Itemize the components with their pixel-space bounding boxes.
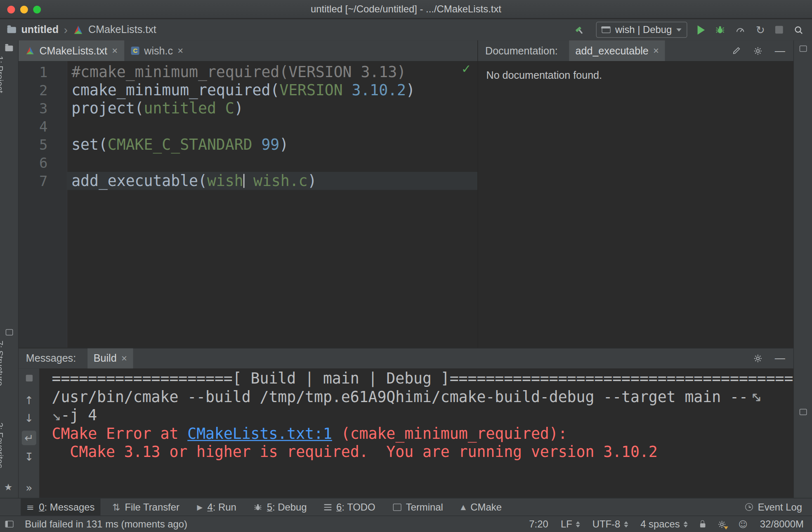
button-label: Event Log xyxy=(758,501,802,513)
text-segment: 6 xyxy=(336,501,342,512)
text-segment: : Debug xyxy=(272,501,307,512)
zoom-window-button[interactable] xyxy=(33,6,41,14)
window-title: untitled [~/Code/untitled] - .../CMakeLi… xyxy=(311,3,501,15)
close-window-button[interactable] xyxy=(7,6,15,14)
code-line[interactable]: 3project(untitled C) xyxy=(19,99,477,118)
run-icon[interactable] xyxy=(698,25,705,35)
tab-build[interactable]: Build × xyxy=(87,348,133,369)
run-icon: ▶ xyxy=(197,503,203,511)
toolwindow-todo-button[interactable]: 6: TODO xyxy=(319,499,381,516)
documentation-empty-text: No documentation found. xyxy=(486,69,602,81)
text-segment: ) xyxy=(234,99,243,117)
line-number: 5 xyxy=(19,136,67,154)
soft-wrap-icon[interactable]: ↵ xyxy=(22,431,36,445)
text-segment: Terminal xyxy=(406,501,443,512)
stop-icon[interactable] xyxy=(775,26,783,34)
text-segment: VERSION xyxy=(279,81,342,99)
hide-panel-icon[interactable]: — xyxy=(775,353,785,365)
inspections-ok-icon[interactable]: ✓ xyxy=(461,62,471,76)
sidebar-item-project[interactable]: 1: Project xyxy=(0,56,5,93)
title-bar: untitled [~/Code/untitled] - .../CMakeLi… xyxy=(0,0,812,19)
button-label: File Transfer xyxy=(125,501,179,513)
close-icon[interactable]: × xyxy=(177,45,183,56)
error-file-link[interactable]: CMakeLists.txt:1 xyxy=(187,425,332,443)
cmake-file-icon xyxy=(25,46,35,56)
folder-icon xyxy=(7,27,16,33)
caret-position[interactable]: 7:20 xyxy=(529,518,548,530)
assistant-icon[interactable]: ☺ xyxy=(738,519,747,529)
breadcrumb: untitled › CMakeLists.txt xyxy=(0,23,156,37)
run-config-combo[interactable]: wish | Debug xyxy=(596,22,687,38)
minimize-window-button[interactable] xyxy=(20,6,28,14)
ide-window: untitled [~/Code/untitled] - .../CMakeLi… xyxy=(0,0,812,532)
messages-icon: ≡ xyxy=(26,501,34,512)
sidebar-item-structure[interactable]: 7: Structure xyxy=(0,341,5,386)
search-icon[interactable] xyxy=(793,25,804,35)
c-file-icon: C xyxy=(131,47,139,55)
tab-label: CMakeLists.txt xyxy=(39,45,107,57)
toolwindow-messages-button[interactable]: ≡ 0: Messages xyxy=(21,499,100,516)
build-console[interactable]: ====================[ Build | main | Deb… xyxy=(39,369,793,498)
button-label: Terminal xyxy=(406,501,443,513)
more-actions-icon[interactable]: » xyxy=(26,483,32,494)
code-line[interactable]: 6 xyxy=(19,154,477,172)
text-segment: wish xyxy=(207,172,243,190)
favorites-star-icon[interactable]: ★ xyxy=(4,481,12,492)
rerun-icon[interactable]: ↻ xyxy=(756,24,765,36)
code-line-current[interactable]: 7add_executable(wish wish.c) xyxy=(19,172,477,190)
terminal-icon xyxy=(393,504,401,511)
expand-line-icon[interactable]: ↔ xyxy=(746,387,767,408)
debug-icon[interactable] xyxy=(715,25,725,35)
toolwindow-file-transfer-button[interactable]: ⇅ File Transfer xyxy=(106,499,185,516)
text-segment: /usr/bin/cmake --build /tmp/tmp.e61A9Qhi… xyxy=(52,388,748,406)
status-message: Build failed in 131 ms (moments ago) xyxy=(25,518,187,530)
close-icon[interactable]: × xyxy=(121,353,127,364)
gear-icon[interactable] xyxy=(753,354,762,363)
line-ending-selector[interactable]: LF xyxy=(561,518,580,530)
toolwindow-debug-button[interactable]: 5: Debug xyxy=(248,499,313,516)
gear-icon[interactable] xyxy=(753,46,762,55)
line-number: 1 xyxy=(19,63,67,81)
prev-message-icon[interactable]: ↑ xyxy=(24,395,33,406)
encoding-selector[interactable]: UTF-8 xyxy=(592,518,628,530)
hide-panel-icon[interactable]: — xyxy=(775,45,785,57)
tab-add-executable[interactable]: add_executable × xyxy=(569,40,665,61)
toolwindow-terminal-button[interactable]: Terminal xyxy=(387,499,449,516)
code-line[interactable]: 4 xyxy=(19,118,477,136)
scroll-to-end-icon[interactable]: ↧ xyxy=(24,452,33,463)
button-label: 0: Messages xyxy=(39,501,94,513)
sidebar-item-favorites[interactable]: 2: Favorites xyxy=(0,422,5,468)
memory-indicator[interactable]: 32/8000M xyxy=(760,518,804,530)
messages-header: Messages: Build × — xyxy=(19,348,793,368)
console-stop-icon[interactable] xyxy=(26,375,32,381)
code-line[interactable]: 1#cmake_minimum_required(VERSION 3.13) xyxy=(19,63,477,81)
text-segment xyxy=(252,136,261,153)
toolwindow-cmake-button[interactable]: ▲ CMake xyxy=(455,499,508,516)
code-line[interactable]: 2cmake_minimum_required(VERSION 3.10.2) xyxy=(19,81,477,99)
editor-tab-bar: CMakeLists.txt × C wish.c × xyxy=(19,40,477,61)
text-segment: add_executable( xyxy=(71,172,207,190)
right-tool-stripe: Remote Host Documentation xyxy=(793,40,812,498)
toolwindow-run-button[interactable]: ▶ 4: Run xyxy=(191,499,242,516)
tab-cmakelists[interactable]: CMakeLists.txt × xyxy=(19,40,124,61)
structure-tool-icon xyxy=(6,329,13,335)
code-line[interactable]: 5set(CMAKE_C_STANDARD 99) xyxy=(19,136,477,154)
build-hammer-icon[interactable] xyxy=(574,24,586,35)
profiler-icon[interactable] xyxy=(736,25,746,35)
indent-selector[interactable]: 4 spaces xyxy=(640,518,687,530)
edit-source-icon[interactable] xyxy=(732,46,741,56)
breadcrumb-project[interactable]: untitled xyxy=(21,24,59,36)
text-segment: CMake 3.13 or higher is required. You ar… xyxy=(52,443,658,461)
lock-icon[interactable] xyxy=(700,523,706,527)
toolwindow-toggle-icon[interactable] xyxy=(5,521,14,527)
text-segment: 5 xyxy=(267,501,272,512)
code-editor[interactable]: 1#cmake_minimum_required(VERSION 3.13) 2… xyxy=(19,61,477,348)
breadcrumb-file[interactable]: CMakeLists.txt xyxy=(88,24,156,36)
gear-sync-icon[interactable] xyxy=(718,520,726,528)
close-icon[interactable]: × xyxy=(653,45,659,56)
close-icon[interactable]: × xyxy=(112,45,118,56)
tab-label: add_executable xyxy=(576,45,649,57)
next-message-icon[interactable]: ↓ xyxy=(24,413,33,424)
tab-wishc[interactable]: C wish.c × xyxy=(125,40,190,61)
event-log-button[interactable]: Event Log xyxy=(740,499,808,516)
